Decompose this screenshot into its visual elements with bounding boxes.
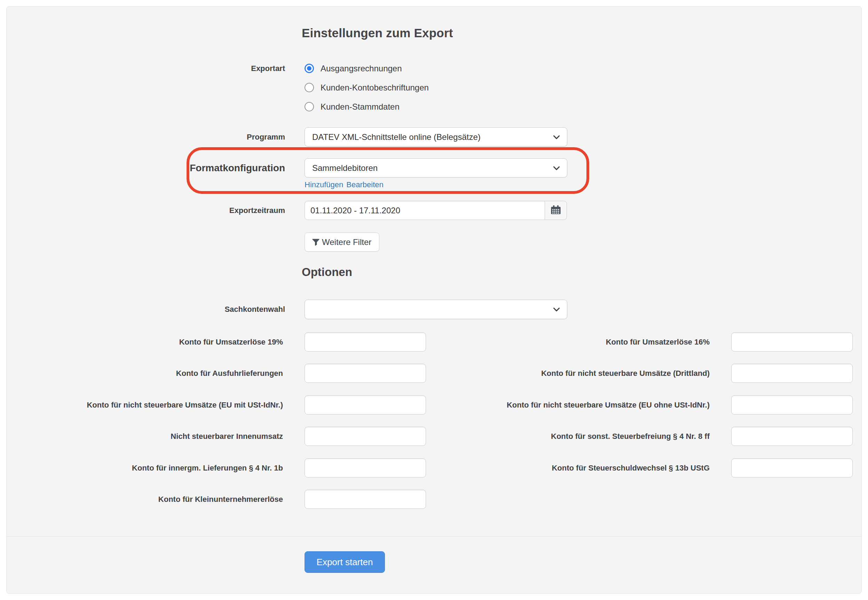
eu-ohne-ustidnr-input[interactable] <box>731 395 853 415</box>
exportzeitraum-input[interactable] <box>304 201 545 220</box>
label-programm: Programm <box>247 127 285 147</box>
bearbeiten-link[interactable]: Bearbeiten <box>346 180 383 189</box>
label-ausfuhrlieferungen: Konto für Ausfuhrlieferungen <box>176 364 283 383</box>
label-umsatzerloese-16: Konto für Umsatzerlöse 16% <box>606 332 710 352</box>
ausfuhrlieferungen-input[interactable] <box>304 364 426 383</box>
programm-select[interactable]: DATEV XML-Schnittstelle online (Belegsät… <box>304 127 567 147</box>
weitere-filter-label: Weitere Filter <box>322 237 371 247</box>
radio-option-kunden-stammdaten[interactable]: Kunden-Stammdaten <box>304 97 429 116</box>
radio-option-label[interactable]: Ausgangsrechnungen <box>321 64 402 73</box>
radio-unselected-icon[interactable] <box>304 102 314 111</box>
chevron-down-icon <box>551 305 561 314</box>
umsatzerloese-19-input[interactable] <box>304 332 426 352</box>
weitere-filter-button[interactable]: Weitere Filter <box>304 232 379 252</box>
kleinunternehmererloese-input[interactable] <box>304 490 426 509</box>
calendar-icon <box>550 204 561 217</box>
footer-divider <box>7 536 861 537</box>
steuerschuldwechsel-input[interactable] <box>731 458 853 477</box>
label-innergm-lieferungen: Konto für innergm. Lieferungen § 4 Nr. 1… <box>132 458 283 477</box>
formatkonfiguration-select[interactable]: Sammeldebitoren <box>304 158 567 177</box>
drittland-input[interactable] <box>731 364 853 383</box>
section-heading-optionen: Optionen <box>302 265 352 279</box>
label-steuerbefreiung: Konto für sonst. Steuerbefreiung § 4 Nr.… <box>551 427 710 446</box>
exportzeitraum-group <box>304 201 567 220</box>
chevron-down-icon <box>551 132 561 142</box>
sachkontenwahl-select[interactable] <box>304 300 567 319</box>
radio-option-ausgangsrechnungen[interactable]: Ausgangsrechnungen <box>304 59 429 78</box>
chevron-down-icon <box>551 163 561 173</box>
label-umsatzerloese-19: Konto für Umsatzerlöse 19% <box>179 332 283 352</box>
programm-select-value: DATEV XML-Schnittstelle online (Belegsät… <box>312 132 481 142</box>
steuerbefreiung-input[interactable] <box>731 427 853 446</box>
label-drittland: Konto für nicht steuerbare Umsätze (Drit… <box>541 364 710 383</box>
radio-selected-icon[interactable] <box>304 64 314 73</box>
label-eu-ohne-ustidnr: Konto für nicht steuerbare Umsätze (EU o… <box>507 395 710 415</box>
calendar-button[interactable] <box>545 201 567 220</box>
radio-option-label[interactable]: Kunden-Stammdaten <box>321 102 400 112</box>
page-title: Einstellungen zum Export <box>302 26 453 40</box>
exportart-radio-group: Ausgangsrechnungen Kunden-Kontobeschrift… <box>304 59 429 116</box>
umsatzerloese-16-input[interactable] <box>731 332 853 352</box>
radio-option-kunden-kontobeschriftungen[interactable]: Kunden-Kontobeschriftungen <box>304 78 429 97</box>
label-formatkonfiguration: Formatkonfiguration <box>190 158 285 177</box>
innergm-lieferungen-input[interactable] <box>304 458 426 477</box>
label-kleinunternehmererloese: Konto für Kleinunternehmererlöse <box>158 490 283 509</box>
format-links: HinzufügenBearbeiten <box>304 180 387 189</box>
label-exportzeitraum: Exportzeitraum <box>229 201 285 220</box>
hinzufuegen-link[interactable]: Hinzufügen <box>304 180 343 189</box>
radio-option-label[interactable]: Kunden-Kontobeschriftungen <box>321 83 429 92</box>
formatkonfiguration-select-value: Sammeldebitoren <box>312 163 378 173</box>
export-starten-button[interactable]: Export starten <box>304 551 385 573</box>
label-exportart: Exportart <box>251 59 285 78</box>
eu-mit-ustidnr-input[interactable] <box>304 395 426 415</box>
label-innenumsatz: Nicht steuerbarer Innenumsatz <box>171 427 283 446</box>
label-steuerschuldwechsel: Konto für Steuerschuldwechsel § 13b UStG <box>551 458 710 477</box>
label-sachkontenwahl: Sachkontenwahl <box>224 300 285 319</box>
settings-card: Einstellungen zum Export Exportart Ausga… <box>6 6 862 594</box>
label-eu-mit-ustidnr: Konto für nicht steuerbare Umsätze (EU m… <box>87 395 283 415</box>
innenumsatz-input[interactable] <box>304 427 426 446</box>
filter-icon <box>311 237 322 247</box>
radio-unselected-icon[interactable] <box>304 83 314 92</box>
